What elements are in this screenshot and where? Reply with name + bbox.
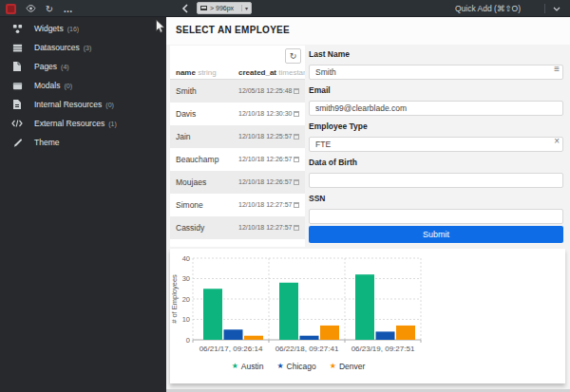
dropdown-caret-icon: ▾ (241, 5, 248, 11)
cell-created-at: 12/05/18 12:25:48 (238, 87, 292, 94)
widgets-icon (11, 23, 23, 34)
app-window: ↻ … > 996px ▾ Quick Add (⌘⇧O) Widgets(16… (0, 0, 570, 392)
sidebar-item-external-resources[interactable]: External Resources(1) (0, 114, 166, 133)
field-ssn: SSN (309, 194, 563, 224)
cell-created-at: 12/10/18 12:26:57 (238, 156, 292, 162)
table-row[interactable]: Summerville12/10/18 12:27:57 (170, 239, 305, 247)
svg-text:40: 40 (182, 254, 190, 263)
chart-legend: ★Austin★Chicago★Denver (170, 362, 427, 371)
table-body: Smith12/05/18 12:25:48 Davis12/10/18 12:… (170, 80, 305, 247)
legend-label: Chicago (287, 362, 316, 371)
app-logo[interactable] (5, 0, 16, 17)
more-menu-icon[interactable]: … (61, 0, 76, 17)
cell-created-at: 12/10/18 12:30:30 (238, 110, 292, 117)
svg-text:30: 30 (182, 274, 190, 283)
sidebar-label: External Resources (34, 119, 104, 128)
modals-icon (11, 80, 23, 91)
last-name-label: Last Name (309, 49, 563, 59)
table-row[interactable]: Cassidy12/10/18 12:27:57 (170, 216, 305, 239)
sidebar: Widgets(16) Datasources(3) Pages(4) Moda… (0, 17, 166, 392)
sidebar-item-modals[interactable]: Modals(0) (0, 76, 166, 95)
sidebar-count: (1) (108, 121, 117, 127)
column-created-at: created_at (238, 68, 276, 77)
cell-name: Cassidy (176, 223, 204, 233)
calendar-icon (294, 134, 299, 140)
internal-resources-icon (11, 99, 23, 110)
svg-text:# of Employees: # of Employees (170, 274, 179, 324)
sidebar-item-theme[interactable]: Theme (0, 133, 166, 152)
ssn-label: SSN (309, 194, 563, 203)
legend-item-chicago[interactable]: ★Chicago (276, 362, 315, 371)
data-of-birth-input[interactable] (309, 173, 563, 188)
email-input[interactable] (309, 101, 563, 116)
sidebar-count: (0) (64, 83, 72, 89)
sidebar-label: Pages (34, 62, 57, 71)
table-row[interactable]: Moujaes12/10/18 12:26:57 (170, 171, 305, 194)
monitor-icon (200, 6, 207, 10)
preview-eye-icon[interactable] (23, 0, 38, 17)
ssn-input[interactable] (309, 209, 563, 224)
last-name-input[interactable] (309, 65, 563, 80)
cell-created-at: 12/10/18 12:27:57 (238, 201, 292, 208)
svg-text:20: 20 (182, 295, 190, 304)
field-date-of-birth: Data of Birth (309, 158, 563, 188)
sidebar-label: Modals (34, 81, 60, 90)
calendar-icon (294, 88, 299, 94)
theme-brush-icon (11, 137, 23, 148)
calendar-icon (294, 111, 299, 117)
field-last-name: Last Name ≡ (309, 49, 563, 80)
sidebar-item-datasources[interactable]: Datasources(3) (0, 38, 166, 57)
mouse-cursor (155, 19, 166, 34)
employee-bar-chart: 01020304006/21/17, 09:26:1406/22/18, 09:… (170, 249, 565, 383)
legend-marker-icon: ★ (232, 363, 238, 370)
page-title: SELECT AN EMPLOYEE (176, 25, 290, 35)
table-row[interactable]: Jain12/10/18 12:25:57 (170, 125, 305, 148)
table-refresh-button[interactable]: ↻ (285, 48, 301, 64)
quick-add-button[interactable]: Quick Add (⌘⇧O) (455, 0, 521, 17)
legend-marker-icon: ★ (330, 363, 336, 370)
submit-button[interactable]: Submit (309, 226, 563, 243)
cell-name: Summerville (176, 246, 220, 247)
sidebar-label: Datasources (34, 43, 80, 52)
table-header: name string created_at timestamp (170, 65, 305, 80)
legend-item-austin[interactable]: ★Austin (232, 362, 264, 371)
calendar-icon (294, 157, 299, 162)
svg-text:06/21/17, 09:26:14: 06/21/17, 09:26:14 (200, 345, 263, 353)
cell-name: Davis (176, 109, 196, 119)
legend-label: Denver (339, 362, 365, 371)
sidebar-item-internal-resources[interactable]: Internal Resources(0) (0, 95, 166, 114)
employee-table: ↻ name string created_at timestamp Smith… (170, 46, 305, 247)
employee-type-label: Employee Type (309, 121, 563, 131)
cell-name: Simone (176, 200, 203, 210)
sidebar-count: (16) (67, 26, 79, 32)
back-chevron-icon[interactable] (178, 0, 191, 17)
legend-item-denver[interactable]: ★Denver (330, 362, 366, 371)
logo-icon (6, 4, 16, 14)
sidebar-count: (3) (84, 45, 92, 51)
table-row[interactable]: Beauchamp12/10/18 12:26:57 (170, 148, 305, 171)
legend-label: Austin (241, 362, 264, 371)
user-menu-chevron-icon[interactable] (549, 0, 564, 17)
sidebar-item-pages[interactable]: Pages(4) (0, 57, 166, 76)
sidebar-count: (4) (61, 64, 69, 70)
cell-name: Beauchamp (176, 155, 218, 164)
viewport-size-dropdown[interactable]: > 996px ▾ (197, 2, 252, 14)
cell-name: Moujaes (176, 177, 206, 187)
cell-name: Smith (176, 86, 197, 96)
refresh-icon[interactable]: ↻ (42, 0, 57, 17)
clear-x-icon[interactable]: × (554, 136, 560, 147)
list-menu-icon[interactable]: ≡ (554, 64, 560, 75)
employee-type-input[interactable] (309, 137, 563, 152)
svg-text:0: 0 (186, 336, 190, 345)
external-resources-icon (11, 118, 23, 129)
viewport-size-label: > 996px (210, 5, 234, 11)
table-row[interactable]: Smith12/05/18 12:25:48 (170, 80, 305, 103)
table-row[interactable]: Simone12/10/18 12:27:57 (170, 194, 305, 216)
legend-marker-icon: ★ (276, 363, 283, 370)
svg-text:06/23/19, 09:27:51: 06/23/19, 09:27:51 (352, 345, 415, 353)
cell-created-at: 12/10/18 12:26:57 (238, 178, 292, 185)
pages-icon (11, 61, 23, 72)
table-row[interactable]: Davis12/10/18 12:30:30 (170, 103, 305, 125)
sidebar-item-widgets[interactable]: Widgets(16) (0, 19, 166, 38)
cell-name: Jain (176, 132, 191, 141)
